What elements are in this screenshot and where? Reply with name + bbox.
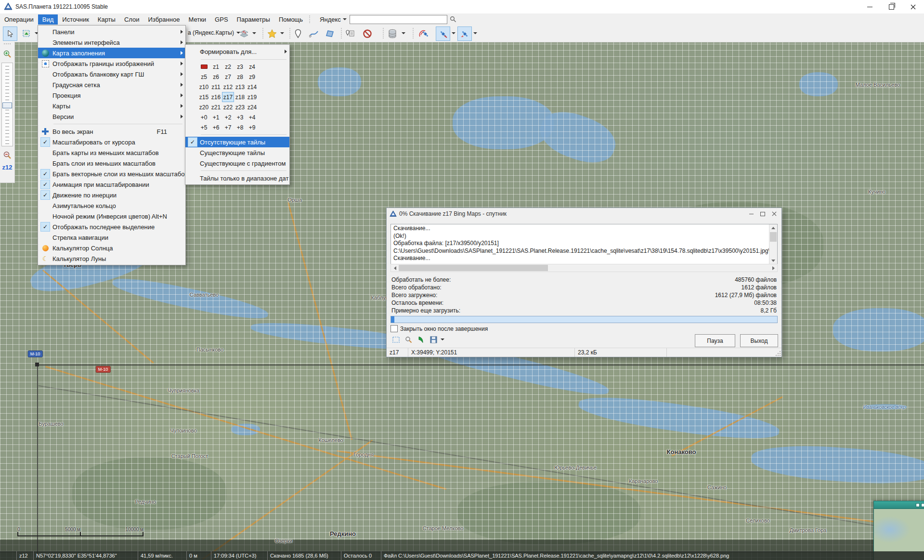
placemark-manager-button[interactable]: [343, 26, 357, 41]
view-menu-item[interactable]: Калькулятор Солнца: [38, 243, 185, 253]
fill-zoom-cell[interactable]: +6: [210, 122, 222, 132]
fill-zoom-cell[interactable]: z3: [234, 62, 246, 72]
selection-manager-button[interactable]: [19, 26, 34, 41]
fill-zoom-cell[interactable]: z1: [210, 62, 222, 72]
fill-menu-item[interactable]: Существующие тайлы: [185, 147, 289, 158]
log-hscrollbar[interactable]: [390, 264, 778, 272]
fill-zoom-cell[interactable]: +0: [198, 112, 210, 122]
minimize-button[interactable]: [859, 0, 881, 13]
chevron-down-icon[interactable]: [252, 32, 256, 34]
fill-zoom-cell[interactable]: +7: [222, 122, 234, 132]
cache-mode-button[interactable]: [385, 26, 400, 41]
fill-zoom-cell[interactable]: z14: [246, 82, 258, 92]
fill-zoom-cell[interactable]: z17: [222, 92, 234, 102]
fill-zoom-cell[interactable]: z24: [246, 102, 258, 112]
chevron-down-icon[interactable]: [441, 339, 444, 340]
menubar-item[interactable]: Слои: [120, 14, 144, 25]
map-type-combo[interactable]: а (Яндекс.Карты): [188, 29, 240, 36]
view-menu-item[interactable]: Азимутальное кольцо: [38, 200, 185, 211]
resize-grip[interactable]: [775, 351, 781, 356]
view-menu-item[interactable]: Анимация при масштабировании: [38, 179, 185, 190]
view-menu-item[interactable]: Брать векторные слои из меньших масштабо…: [38, 169, 185, 179]
search-go-button[interactable]: [447, 14, 459, 25]
fill-zoom-cell[interactable]: +2: [222, 112, 234, 122]
fill-zoom-cell[interactable]: +3: [234, 112, 246, 122]
dialog-close-icon[interactable]: [772, 211, 777, 216]
gps-connect-button[interactable]: [417, 26, 431, 41]
chevron-down-icon[interactable]: [402, 32, 405, 34]
fill-zoom-cell[interactable]: +9: [246, 122, 258, 132]
search-engine-combo[interactable]: Яндекс: [317, 16, 350, 23]
hide-marks-button[interactable]: [360, 26, 375, 41]
fill-zoom-cell[interactable]: z16: [210, 92, 222, 102]
fill-zoom-cell[interactable]: z19: [246, 92, 258, 102]
fill-zoom-cell[interactable]: +1: [210, 112, 222, 122]
scroll-right-button[interactable]: [769, 264, 777, 272]
titlebar[interactable]: SAS.Планета 191221.10095 Stable: [0, 0, 924, 14]
zoom-out-button[interactable]: [1, 149, 13, 161]
gps-track-button[interactable]: [436, 26, 450, 41]
fill-zoom-cell[interactable]: z11: [210, 82, 222, 92]
fill-zoom-cell[interactable]: z8: [234, 72, 246, 82]
view-menu-item[interactable]: Элементы интерфейса: [38, 37, 185, 48]
view-menu-item[interactable]: Отображать границы изображений: [38, 58, 185, 69]
menubar-item[interactable]: Помощь: [274, 14, 307, 25]
fill-zoom-cell[interactable]: +8: [234, 122, 246, 132]
fill-zoom-cell[interactable]: [198, 62, 210, 72]
fill-menu-header[interactable]: Формировать для...: [185, 46, 289, 57]
menubar-item[interactable]: Параметры: [233, 14, 274, 25]
save-session-button[interactable]: [428, 334, 439, 345]
view-menu-item[interactable]: Проекция: [38, 90, 185, 101]
select-region-button[interactable]: [390, 334, 401, 345]
view-menu-item[interactable]: Версии: [38, 111, 185, 122]
download-log[interactable]: Скачивание...(Ok!)Обработка файла: [z17/…: [390, 224, 778, 265]
menubar-item[interactable]: GPS: [210, 14, 232, 25]
scroll-down-button[interactable]: [769, 257, 777, 264]
restore-button[interactable]: [881, 0, 902, 13]
gps-follow-button[interactable]: [457, 26, 472, 41]
view-menu-item[interactable]: Во весь экран F11: [38, 126, 185, 137]
fill-menu-item[interactable]: Тайлы только в диапазоне дат: [185, 173, 289, 183]
mini-map-titlebar[interactable]: [874, 501, 924, 508]
add-polygon-button[interactable]: [323, 26, 337, 41]
favorites-button[interactable]: [265, 26, 279, 41]
add-path-button[interactable]: [307, 26, 321, 41]
scroll-left-button[interactable]: [391, 264, 399, 272]
view-menu-item[interactable]: Брать карты из меньших масштабов: [38, 147, 185, 158]
view-menu-item[interactable]: Стрелка навигации: [38, 232, 185, 243]
fill-zoom-cell[interactable]: +5: [198, 122, 210, 132]
layers-button[interactable]: [237, 26, 251, 41]
search-input[interactable]: [350, 15, 447, 24]
fill-zoom-cell[interactable]: z13: [234, 82, 246, 92]
fill-zoom-cell[interactable]: z23: [234, 102, 246, 112]
menubar-item[interactable]: Избранное: [144, 14, 184, 25]
view-menu-item[interactable]: Градусная сетка: [38, 79, 185, 90]
fill-zoom-cell[interactable]: z10: [198, 82, 210, 92]
menubar-item[interactable]: Источник: [58, 14, 93, 25]
scroll-up-button[interactable]: [769, 224, 777, 232]
view-menu-item[interactable]: Панели: [38, 26, 185, 37]
fill-zoom-cell[interactable]: z15: [198, 92, 210, 102]
zoom-slider-handle[interactable]: [2, 103, 12, 108]
fill-zoom-cell[interactable]: z9: [246, 72, 258, 82]
dialog-maximize-icon[interactable]: [760, 212, 765, 216]
selection-corner-handle[interactable]: [35, 363, 39, 366]
add-placemark-button[interactable]: [291, 26, 305, 41]
menubar-item[interactable]: Операции: [0, 14, 38, 25]
fill-zoom-cell[interactable]: z22: [222, 102, 234, 112]
view-menu-item[interactable]: Отображать последнее выделение: [38, 221, 185, 232]
chevron-down-icon[interactable]: [280, 32, 284, 34]
dialog-minimize-icon[interactable]: [749, 214, 754, 214]
goto-region-button[interactable]: [403, 334, 414, 345]
fill-menu-item[interactable]: Существующие с градиентом: [185, 158, 289, 169]
view-menu-item[interactable]: [38, 122, 185, 126]
fill-menu-item[interactable]: Отсутствующие тайлы: [185, 137, 289, 147]
fill-zoom-cell[interactable]: z21: [210, 102, 222, 112]
fill-zoom-cell[interactable]: z20: [198, 102, 210, 112]
scroll-thumb[interactable]: [770, 232, 777, 242]
view-menu-item[interactable]: Калькулятор Луны: [38, 253, 185, 264]
zoom-in-button[interactable]: [1, 48, 13, 60]
chevron-down-icon[interactable]: [473, 32, 477, 34]
close-button[interactable]: [902, 0, 924, 13]
pause-button[interactable]: Пауза: [695, 334, 735, 347]
